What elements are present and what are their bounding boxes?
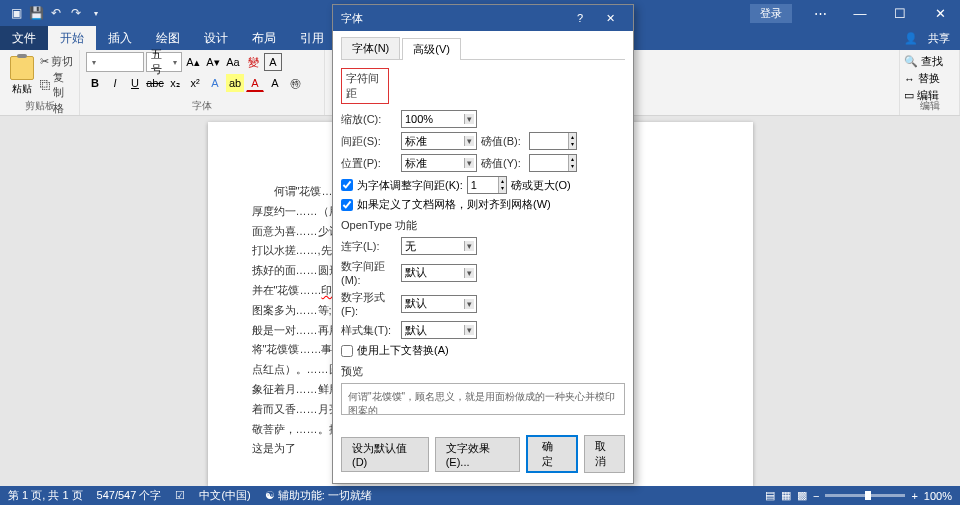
login-button[interactable]: 登录 xyxy=(750,4,792,23)
copy-button[interactable]: ⿻复制 xyxy=(40,70,73,100)
save-icon[interactable]: 💾 xyxy=(28,5,44,21)
numspacing-combo[interactable]: 默认 xyxy=(401,264,477,282)
tab-file[interactable]: 文件 xyxy=(0,26,48,50)
font-size-combo[interactable]: 五号 xyxy=(146,52,182,72)
spellcheck-icon[interactable]: ☑ xyxy=(175,489,185,502)
kerning-checkbox-row: 为字体调整字间距(K): 1 磅或更大(O) xyxy=(341,176,625,194)
position-label: 位置(P): xyxy=(341,156,397,171)
char-shading-button[interactable]: A xyxy=(266,74,284,92)
word-count[interactable]: 547/547 个字 xyxy=(97,488,162,503)
contextual-checkbox[interactable] xyxy=(341,345,353,357)
enclose-char-button[interactable]: ㊕ xyxy=(286,74,304,92)
cut-button[interactable]: ✂剪切 xyxy=(40,54,73,69)
subscript-button[interactable]: x₂ xyxy=(166,74,184,92)
position-combo[interactable]: 标准 xyxy=(401,154,477,172)
view-print-icon[interactable]: ▦ xyxy=(781,489,791,502)
clipboard-group: 粘贴 ✂剪切 ⿻复制 🖌格式刷 剪贴板 xyxy=(0,50,80,115)
dialog-close-icon[interactable]: ✕ xyxy=(595,5,625,31)
numspacing-label: 数字间距(M): xyxy=(341,259,397,286)
tab-design[interactable]: 设计 xyxy=(192,26,240,50)
spacing-pts-spinner[interactable] xyxy=(529,132,577,150)
position-pts-spinner[interactable] xyxy=(529,154,577,172)
text-effects-button[interactable]: 文字效果(E)... xyxy=(435,437,520,472)
find-button[interactable]: 🔍查找 xyxy=(904,54,955,69)
scale-label: 缩放(C): xyxy=(341,112,397,127)
dialog-title: 字体 xyxy=(341,11,363,26)
underline-button[interactable]: U xyxy=(126,74,144,92)
change-case-button[interactable]: Aa xyxy=(224,53,242,71)
qat-more-icon[interactable]: ▾ xyxy=(88,5,104,21)
tab-font-basic[interactable]: 字体(N) xyxy=(341,37,400,59)
undo-icon[interactable]: ↶ xyxy=(48,5,64,21)
text-effects-button[interactable]: A xyxy=(206,74,224,92)
set-default-button[interactable]: 设为默认值(D) xyxy=(341,437,429,472)
zoom-percent[interactable]: 100% xyxy=(924,490,952,502)
zoom-out-icon[interactable]: − xyxy=(813,490,819,502)
accessibility-status[interactable]: ☯ 辅助功能: 一切就绪 xyxy=(265,488,372,503)
zoom-slider[interactable] xyxy=(825,494,905,497)
replace-icon: ↔ xyxy=(904,73,915,85)
kerning-spinner[interactable]: 1 xyxy=(467,176,507,194)
snap-grid-checkbox[interactable] xyxy=(341,199,353,211)
font-group: 五号 A▴ A▾ Aa 變 A B I U abc x₂ x² A ab A A… xyxy=(80,50,325,115)
tab-home[interactable]: 开始 xyxy=(48,26,96,50)
preview-box: 何谓"花馍馍"，顾名思义，就是用面粉做成的一种夹心并模印图案的 xyxy=(341,383,625,415)
paste-icon xyxy=(10,56,34,80)
font-name-combo[interactable] xyxy=(86,52,144,72)
contextual-row: 使用上下文替换(A) xyxy=(341,343,625,358)
edit-group-label: 编辑 xyxy=(900,99,959,113)
snap-grid-row: 如果定义了文档网格，则对齐到网格(W) xyxy=(341,197,625,212)
kerning-unit: 磅或更大(O) xyxy=(511,178,571,193)
language-indicator[interactable]: 中文(中国) xyxy=(199,488,250,503)
user-icon[interactable]: 👤 xyxy=(904,32,918,45)
dialog-footer: 设为默认值(D) 文字效果(E)... 确定 取消 xyxy=(333,429,633,483)
maximize-icon[interactable]: ☐ xyxy=(880,0,920,26)
styleset-combo[interactable]: 默认 xyxy=(401,321,477,339)
superscript-button[interactable]: x² xyxy=(186,74,204,92)
spacing-combo[interactable]: 标准 xyxy=(401,132,477,150)
italic-button[interactable]: I xyxy=(106,74,124,92)
scissors-icon: ✂ xyxy=(40,55,49,68)
highlight-button[interactable]: ab xyxy=(226,74,244,92)
opentype-section: OpenType 功能 xyxy=(341,218,625,233)
share-button[interactable]: 共享 xyxy=(928,31,950,46)
kerning-checkbox[interactable] xyxy=(341,179,353,191)
tab-layout[interactable]: 布局 xyxy=(240,26,288,50)
ligatures-combo[interactable]: 无 xyxy=(401,237,477,255)
zoom-in-icon[interactable]: + xyxy=(911,490,917,502)
ligatures-label: 连字(L): xyxy=(341,239,397,254)
clipboard-group-label: 剪贴板 xyxy=(0,99,79,113)
close-icon[interactable]: ✕ xyxy=(920,0,960,26)
redo-icon[interactable]: ↷ xyxy=(68,5,84,21)
minimize-icon[interactable]: — xyxy=(840,0,880,26)
replace-button[interactable]: ↔替换 xyxy=(904,71,955,86)
dialog-titlebar[interactable]: 字体 ? ✕ xyxy=(333,5,633,31)
tab-references[interactable]: 引用 xyxy=(288,26,336,50)
phonetic-button[interactable]: 變 xyxy=(244,53,262,71)
search-icon: 🔍 xyxy=(904,55,918,68)
dialog-tabs: 字体(N) 高级(V) xyxy=(341,37,625,60)
page-indicator[interactable]: 第 1 页, 共 1 页 xyxy=(8,488,83,503)
snap-grid-label: 如果定义了文档网格，则对齐到网格(W) xyxy=(357,197,551,212)
cancel-button[interactable]: 取消 xyxy=(584,435,625,473)
strike-button[interactable]: abc xyxy=(146,74,164,92)
ok-button[interactable]: 确定 xyxy=(526,435,577,473)
spacing-pts-label: 磅值(B): xyxy=(481,134,525,149)
paste-label: 粘贴 xyxy=(12,82,32,96)
shrink-font-button[interactable]: A▾ xyxy=(204,53,222,71)
font-color-button[interactable]: A xyxy=(246,74,264,92)
bold-button[interactable]: B xyxy=(86,74,104,92)
char-border-button[interactable]: A xyxy=(264,53,282,71)
position-pts-label: 磅值(Y): xyxy=(481,156,525,171)
view-web-icon[interactable]: ▩ xyxy=(797,489,807,502)
view-readmode-icon[interactable]: ▤ xyxy=(765,489,775,502)
ribbon-options-icon[interactable]: ⋯ xyxy=(800,0,840,26)
tab-insert[interactable]: 插入 xyxy=(96,26,144,50)
scale-combo[interactable]: 100% xyxy=(401,110,477,128)
copy-icon: ⿻ xyxy=(40,79,51,91)
dialog-help-icon[interactable]: ? xyxy=(565,5,595,31)
grow-font-button[interactable]: A▴ xyxy=(184,53,202,71)
numform-combo[interactable]: 默认 xyxy=(401,295,477,313)
tab-font-advanced[interactable]: 高级(V) xyxy=(402,38,461,60)
edit-group: 🔍查找 ↔替换 ▭编辑 编辑 xyxy=(900,50,960,115)
